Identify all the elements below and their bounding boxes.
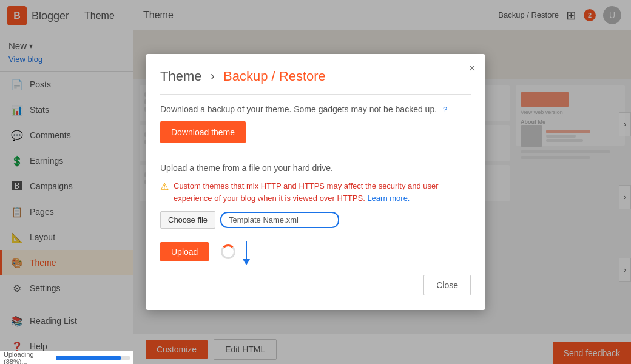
upload-section-text: Upload a theme from a file on your hard …: [160, 163, 471, 173]
help-link[interactable]: ?: [443, 105, 447, 114]
modal-bottom-row: Close: [160, 275, 471, 295]
warning-box: ⚠ Custom themes that mix HTTP and HTTPS …: [160, 180, 471, 204]
warning-text: Custom themes that mix HTTP and HTTPS ma…: [174, 180, 471, 204]
download-section-text: Download a backup of your theme. Some ga…: [160, 104, 471, 114]
close-button[interactable]: Close: [423, 275, 471, 295]
loading-spinner: [221, 244, 235, 259]
warning-icon: ⚠: [160, 181, 169, 192]
breadcrumb-arrow: ›: [211, 69, 218, 84]
uploading-bar: Uploading (88%)...: [0, 351, 133, 364]
modal-divider-1: [160, 94, 471, 95]
learn-more-link[interactable]: Learn more.: [367, 194, 410, 203]
file-name-input[interactable]: [220, 212, 339, 228]
modal-close-button[interactable]: ×: [468, 61, 476, 75]
choose-file-button[interactable]: Choose file: [160, 211, 215, 229]
modal-title: Theme › Backup / Restore: [160, 69, 471, 84]
upload-button[interactable]: Upload: [160, 242, 209, 261]
arrow-head: [243, 259, 250, 265]
backup-restore-modal: × Theme › Backup / Restore Download a ba…: [146, 54, 485, 310]
arrow-line: [246, 241, 247, 259]
upload-section: Upload a theme from a file on your hard …: [160, 163, 471, 265]
file-input-area: Choose file: [160, 211, 471, 229]
breadcrumb-current: Backup / Restore: [223, 69, 326, 84]
upload-progress-fill: [56, 356, 121, 360]
upload-progress-bar: [56, 356, 130, 360]
download-theme-button[interactable]: Download theme: [160, 121, 246, 143]
breadcrumb-theme: Theme: [160, 69, 201, 84]
modal-divider-2: [160, 153, 471, 153]
arrow-indicator: [243, 241, 250, 265]
uploading-text: Uploading (88%)...: [4, 351, 52, 365]
modal-overlay: × Theme › Backup / Restore Download a ba…: [0, 0, 631, 364]
